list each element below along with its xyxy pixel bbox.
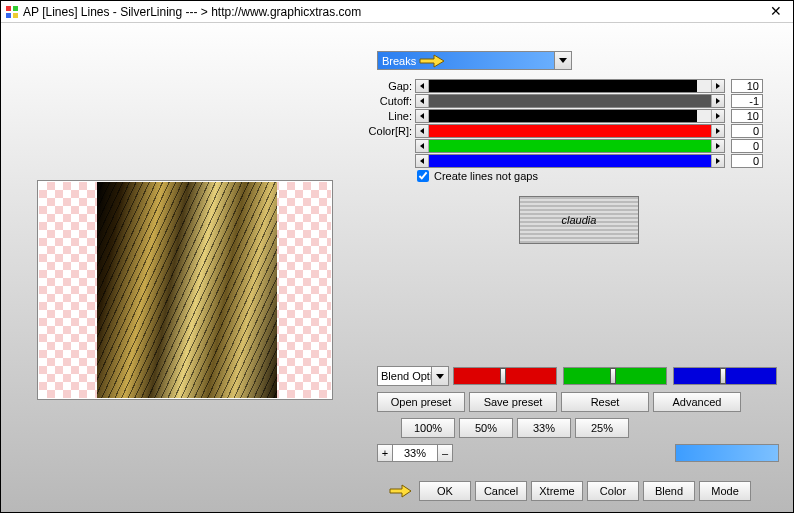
titlebar: AP [Lines] Lines - SilverLining --- > ht… [1,1,793,23]
preview-image [97,182,277,398]
zoom-25-button[interactable]: 25% [575,418,629,438]
spinner-minus[interactable]: – [437,444,453,462]
create-lines-checkbox[interactable]: Create lines not gaps [417,170,538,182]
blend-mode-dropdown[interactable]: Blend Optic [377,366,449,386]
open-preset-button[interactable]: Open preset [377,392,465,412]
slider-right-arrow[interactable] [711,140,724,152]
rgb-slider[interactable] [453,367,557,385]
svg-rect-1 [13,6,18,11]
param-slider[interactable] [415,124,725,138]
pointer-hand-icon [389,484,413,498]
app-icon [5,5,19,19]
slider-left-arrow[interactable] [416,95,429,107]
logo-badge: claudia [519,196,639,244]
param-value[interactable]: 10 [731,79,763,93]
rgb-blend-sliders [453,367,777,385]
slider-right-arrow[interactable] [711,125,724,137]
bottom-button-row: OK Cancel Xtreme Color Blend Mode [389,481,751,501]
color-button[interactable]: Color [587,481,639,501]
param-slider[interactable] [415,79,725,93]
mode-button[interactable]: Mode [699,481,751,501]
param-value[interactable]: -1 [731,94,763,108]
save-preset-button[interactable]: Save preset [469,392,557,412]
section-dropdown[interactable]: Breaks [377,51,572,70]
slider-track[interactable] [429,110,711,122]
slider-left-arrow[interactable] [416,155,429,167]
slider-track[interactable] [429,125,711,137]
logo-text: claudia [562,214,597,226]
param-value[interactable]: 0 [731,124,763,138]
param-row: Line:10 [339,108,787,123]
section-dropdown-label: Breaks [382,55,416,67]
slider-knob[interactable] [500,368,506,384]
param-slider[interactable] [415,139,725,153]
svg-rect-0 [6,6,11,11]
client-area: Breaks Gap:10Cutoff:-1Line:10Color[R]:00… [1,23,793,513]
advanced-button[interactable]: Advanced [653,392,741,412]
preset-row: Open preset Save preset Reset Advanced [377,392,741,412]
blend-row: Blend Optic [377,366,777,386]
slider-right-arrow[interactable] [711,80,724,92]
slider-track[interactable] [429,80,711,92]
close-button[interactable]: ✕ [761,2,791,22]
xtreme-button[interactable]: Xtreme [531,481,583,501]
slider-track[interactable] [429,140,711,152]
slider-left-arrow[interactable] [416,110,429,122]
slider-track[interactable] [429,155,711,167]
pointer-hand-icon [418,53,446,69]
param-label: Line: [339,110,415,122]
svg-rect-2 [6,13,11,18]
slider-knob[interactable] [610,368,616,384]
parameter-sliders: Gap:10Cutoff:-1Line:10Color[R]:000 [339,78,787,168]
blend-mode-label: Blend Optic [381,370,438,382]
param-label: Gap: [339,80,415,92]
ok-button[interactable]: OK [419,481,471,501]
checkbox-input[interactable] [417,170,429,182]
preview-panel [37,180,333,400]
zoom-row: 100% 50% 33% 25% [401,418,629,438]
color-swatch[interactable] [675,444,779,462]
preview-checker [39,182,331,398]
slider-left-arrow[interactable] [416,80,429,92]
param-value[interactable]: 10 [731,109,763,123]
slider-right-arrow[interactable] [711,155,724,167]
slider-left-arrow[interactable] [416,125,429,137]
zoom-33-button[interactable]: 33% [517,418,571,438]
slider-track[interactable] [429,95,711,107]
cancel-button[interactable]: Cancel [475,481,527,501]
zoom-50-button[interactable]: 50% [459,418,513,438]
color-swatch-row [675,444,779,462]
dropdown-arrow-icon[interactable] [554,52,571,69]
param-row: 0 [339,138,787,153]
param-value[interactable]: 0 [731,139,763,153]
slider-right-arrow[interactable] [711,110,724,122]
zoom-100-button[interactable]: 100% [401,418,455,438]
param-row: Cutoff:-1 [339,93,787,108]
svg-rect-3 [13,13,18,18]
slider-right-arrow[interactable] [711,95,724,107]
slider-knob[interactable] [720,368,726,384]
slider-left-arrow[interactable] [416,140,429,152]
param-row: Color[R]:0 [339,123,787,138]
preview-hatch [97,182,277,398]
param-slider[interactable] [415,109,725,123]
param-label: Cutoff: [339,95,415,107]
param-row: Gap:10 [339,78,787,93]
param-slider[interactable] [415,94,725,108]
param-slider[interactable] [415,154,725,168]
window-title: AP [Lines] Lines - SilverLining --- > ht… [23,5,761,19]
blend-button[interactable]: Blend [643,481,695,501]
rgb-slider[interactable] [563,367,667,385]
checkbox-label: Create lines not gaps [434,170,538,182]
spinner-plus[interactable]: + [377,444,393,462]
reset-button[interactable]: Reset [561,392,649,412]
param-row: 0 [339,153,787,168]
rgb-slider[interactable] [673,367,777,385]
spinner-value: 33% [393,444,437,462]
param-value[interactable]: 0 [731,154,763,168]
zoom-spinner-row: + 33% – [377,444,453,462]
zoom-spinner[interactable]: + 33% – [377,444,453,462]
param-label: Color[R]: [339,125,415,137]
dropdown-arrow-icon[interactable] [431,367,448,385]
